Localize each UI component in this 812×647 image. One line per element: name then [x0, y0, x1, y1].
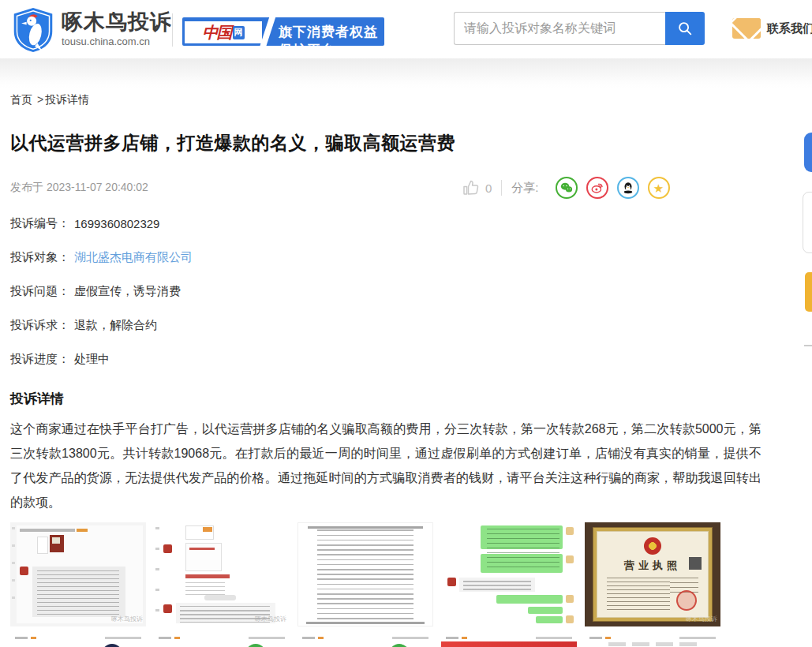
- chat-avatar: [163, 604, 172, 613]
- attachment-phone-screenshot[interactable]: [10, 634, 146, 647]
- attachment-phone-screenshot[interactable]: [585, 634, 720, 647]
- phone-status-bar: [15, 637, 141, 640]
- chat-avatar: [447, 578, 456, 586]
- phone-status-bar: [159, 637, 285, 640]
- field-value: 退款，解除合约: [74, 318, 157, 333]
- header-shadow-band: [0, 58, 812, 88]
- header-divider: [172, 13, 173, 47]
- qr-code: [689, 557, 702, 570]
- attachment-phone-screenshot[interactable]: [297, 634, 433, 647]
- complaint-detail-page: 啄木鸟投诉 tousu.china.com.cn 中国 网 旗下消费者权益保护平…: [0, 0, 812, 647]
- attachment-wechat-chat-screenshot[interactable]: [441, 522, 577, 626]
- attachment-chat-log-screenshot[interactable]: 啄木鸟投诉: [10, 522, 146, 626]
- scroll-rail: [155, 527, 159, 622]
- meta-row: 发布于 2023-11-07 20:40:02 0 分享:: [10, 177, 760, 200]
- attachment-phone-screenshot[interactable]: [154, 634, 290, 647]
- breadcrumb: 首页 >投诉详情: [10, 93, 89, 107]
- complaint-fields: 投诉编号： 1699360802329 投诉对象： 湖北盛杰电商有限公司 投诉问…: [10, 207, 760, 376]
- like-share-bar: 0 分享:: [462, 177, 670, 199]
- search-icon: [676, 20, 694, 37]
- chat-text-block: [32, 567, 125, 617]
- avatar-circle: [389, 644, 410, 647]
- green-bubble: [496, 595, 563, 604]
- inline-image: [185, 525, 214, 540]
- attachment-business-license-photo[interactable]: 营业执照 啄木鸟投诉: [585, 522, 720, 626]
- field-value: 1699360802329: [74, 217, 159, 230]
- license-frame: 营业执照: [593, 527, 713, 622]
- chat-avatar: [566, 615, 574, 623]
- chat-avatar: [20, 567, 28, 575]
- license-text-lines: [607, 578, 670, 612]
- floating-widget-yellow[interactable]: [805, 272, 812, 312]
- field-complaint-problem: 投诉问题： 虚假宣传，诱导消费: [10, 275, 760, 309]
- envelope-icon: [732, 18, 761, 39]
- field-label: 投诉对象：: [10, 250, 69, 265]
- floating-complaint-button[interactable]: [804, 133, 812, 172]
- field-complaint-number: 投诉编号： 1699360802329: [10, 207, 760, 241]
- wechat-share-icon[interactable]: [556, 177, 578, 199]
- red-caption-line: [185, 574, 230, 578]
- phone-status-bar: [302, 637, 428, 640]
- bubble-text-lines: [487, 529, 559, 568]
- scroll-rail: [12, 527, 15, 614]
- site-name: 啄木鸟投诉: [62, 10, 172, 34]
- attachment-transfer-list-screenshot[interactable]: [297, 522, 433, 626]
- qq-share-icon[interactable]: [617, 177, 639, 199]
- attachment-thumbnails-row2: [10, 634, 720, 647]
- floating-widget-line: [804, 345, 812, 346]
- field-value: 处理中: [74, 352, 110, 367]
- like-button[interactable]: [462, 178, 481, 197]
- china-net-badge: 中国 网 旗下消费者权益保护平台: [182, 17, 384, 46]
- site-domain: tousu.china.com.cn: [62, 36, 172, 47]
- field-label: 投诉进度：: [10, 352, 69, 367]
- share-label: 分享:: [511, 181, 538, 196]
- field-label: 投诉编号：: [10, 216, 69, 231]
- national-emblem-icon: [644, 537, 661, 555]
- chat-avatar: [163, 544, 172, 553]
- detail-section-heading: 投诉详情: [10, 390, 64, 408]
- phone-status-bar: [446, 637, 572, 640]
- divider: [501, 180, 502, 196]
- field-label: 投诉问题：: [10, 284, 69, 299]
- field-complaint-demand: 投诉诉求： 退款，解除合约: [10, 309, 760, 342]
- search-input[interactable]: [454, 12, 665, 45]
- contact-label: 联系我们: t: [767, 21, 812, 36]
- china-net-logo: 中国 网: [185, 21, 262, 43]
- chat-header-line: [20, 529, 75, 532]
- published-time: 发布于 2023-11-07 20:40:02: [10, 181, 148, 195]
- attachment-chat-images-screenshot[interactable]: 啄木鸟投诉: [154, 522, 290, 626]
- search-bar: [454, 12, 705, 47]
- breadcrumb-home-link[interactable]: 首页: [10, 93, 32, 106]
- star-glyph: ★: [653, 182, 664, 194]
- favorite-star-icon[interactable]: ★: [648, 177, 670, 199]
- phone-status-bar: [589, 637, 716, 640]
- chat-text-block: [176, 603, 275, 623]
- complaint-title: 以代运营拼多店铺，打造爆款的名义，骗取高额运营费: [10, 131, 455, 155]
- chat-avatar: [566, 555, 574, 563]
- avatar-circle: [102, 644, 122, 647]
- attachment-phone-screenshot[interactable]: [441, 634, 577, 647]
- like-count: 0: [485, 181, 492, 195]
- search-button[interactable]: [665, 12, 705, 45]
- transaction-rows: [317, 528, 413, 621]
- woodpecker-shield-logo-icon[interactable]: [11, 6, 55, 54]
- china-net-brand-main: 中国: [203, 22, 231, 43]
- chat-header-accent: [77, 529, 88, 532]
- field-label: 投诉诉求：: [10, 318, 69, 333]
- chat-avatar: [566, 527, 574, 535]
- weibo-share-icon[interactable]: [586, 177, 608, 199]
- contact-us[interactable]: 联系我们: t: [732, 18, 812, 39]
- license-paper: 营业执照: [597, 531, 709, 618]
- red-banner: [441, 641, 577, 647]
- complaint-target-link[interactable]: 湖北盛杰电商有限公司: [74, 250, 193, 265]
- avatar-circle: [245, 644, 266, 647]
- breadcrumb-current: 投诉详情: [45, 93, 89, 106]
- logo-text[interactable]: 啄木鸟投诉 tousu.china.com.cn: [62, 10, 172, 47]
- attachment-thumbnails: 啄木鸟投诉 啄木鸟投诉: [10, 522, 720, 626]
- floating-widget-box[interactable]: [803, 192, 812, 253]
- chat-avatar: [566, 595, 574, 603]
- site-header: 啄木鸟投诉 tousu.china.com.cn 中国 网 旗下消费者权益保护平…: [0, 0, 812, 58]
- green-bubble: [528, 607, 563, 614]
- field-complaint-progress: 投诉进度： 处理中: [10, 342, 760, 376]
- red-seal-stamp: [676, 590, 697, 611]
